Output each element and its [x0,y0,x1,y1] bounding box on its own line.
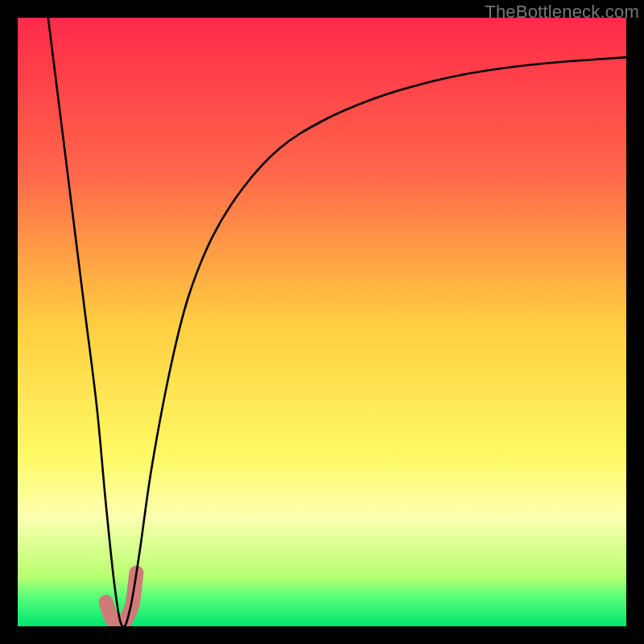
chart-frame: TheBottleneck.com [0,0,644,644]
plot-area [18,18,626,626]
chart-svg [18,18,626,626]
watermark-text: TheBottleneck.com [485,2,639,23]
